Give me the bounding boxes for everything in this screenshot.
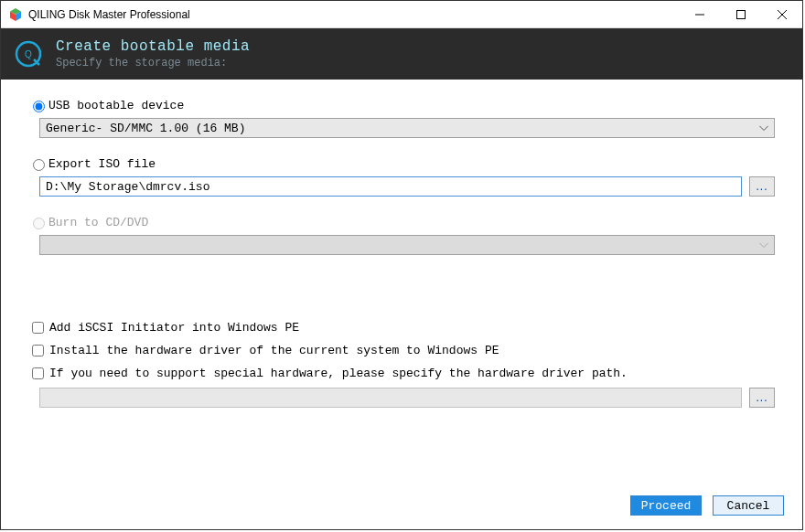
opt-cd: Burn to CD/DVD: [28, 215, 775, 255]
chevron-down-icon: [759, 122, 768, 135]
page-title: Create bootable media: [56, 38, 250, 55]
radio-iso-input[interactable]: [33, 159, 45, 171]
chevron-down-icon: [759, 239, 768, 252]
radio-cd-input: [33, 218, 45, 229]
driver-path-browse-button[interactable]: ...: [749, 388, 775, 408]
maximize-button[interactable]: [720, 1, 761, 28]
cancel-button[interactable]: Cancel: [713, 495, 784, 516]
opt-usb: USB bootable device Generic- SD/MMC 1.00…: [28, 98, 775, 138]
check-iscsi-label: Add iSCSI Initiator into Windows PE: [49, 321, 299, 335]
opt-iso: Export ISO file ...: [28, 156, 775, 197]
svg-rect-4: [736, 10, 745, 18]
check-special-hw-input[interactable]: [32, 367, 44, 379]
usb-device-select[interactable]: Generic- SD/MMC 1.00 (16 MB): [39, 118, 775, 138]
app-window: QILING Disk Master Professional Q Create…: [0, 0, 803, 530]
check-hw-driver[interactable]: Install the hardware driver of the curre…: [28, 342, 775, 359]
check-hw-driver-input[interactable]: [32, 345, 44, 356]
header-band: Q Create bootable media Specify the stor…: [1, 28, 802, 80]
radio-iso-label: Export ISO file: [48, 157, 156, 171]
iso-path-input[interactable]: [39, 176, 742, 197]
radio-usb-label: USB bootable device: [48, 99, 184, 112]
radio-cd-label: Burn to CD/DVD: [48, 216, 148, 229]
usb-device-value: Generic- SD/MMC 1.00 (16 MB): [46, 122, 245, 135]
radio-iso[interactable]: Export ISO file: [28, 156, 775, 171]
header-text: Create bootable media Specify the storag…: [56, 38, 250, 69]
qiling-logo-icon: Q: [14, 39, 43, 69]
page-subtitle: Specify the storage media:: [56, 57, 250, 69]
checkbox-section: Add iSCSI Initiator into Windows PE Inst…: [28, 319, 775, 408]
radio-usb-input[interactable]: [33, 101, 45, 112]
app-icon: [8, 7, 23, 22]
close-button[interactable]: [761, 1, 802, 28]
window-title: QILING Disk Master Professional: [28, 8, 679, 21]
check-special-hw-label: If you need to support special hardware,…: [49, 367, 628, 380]
content-area: USB bootable device Generic- SD/MMC 1.00…: [1, 80, 802, 493]
cd-device-select: [39, 235, 775, 255]
iso-browse-button[interactable]: ...: [749, 176, 775, 197]
radio-cd: Burn to CD/DVD: [28, 215, 775, 229]
titlebar: QILING Disk Master Professional: [1, 1, 802, 28]
svg-text:Q: Q: [25, 49, 32, 59]
check-hw-driver-label: Install the hardware driver of the curre…: [49, 344, 499, 357]
footer: Proceed Cancel: [1, 493, 802, 529]
check-iscsi[interactable]: Add iSCSI Initiator into Windows PE: [28, 319, 775, 336]
check-special-hw[interactable]: If you need to support special hardware,…: [28, 365, 775, 382]
check-iscsi-input[interactable]: [32, 322, 44, 334]
proceed-button[interactable]: Proceed: [630, 495, 702, 516]
driver-path-input: [39, 388, 742, 408]
minimize-button[interactable]: [679, 1, 720, 28]
radio-usb[interactable]: USB bootable device: [28, 98, 775, 112]
